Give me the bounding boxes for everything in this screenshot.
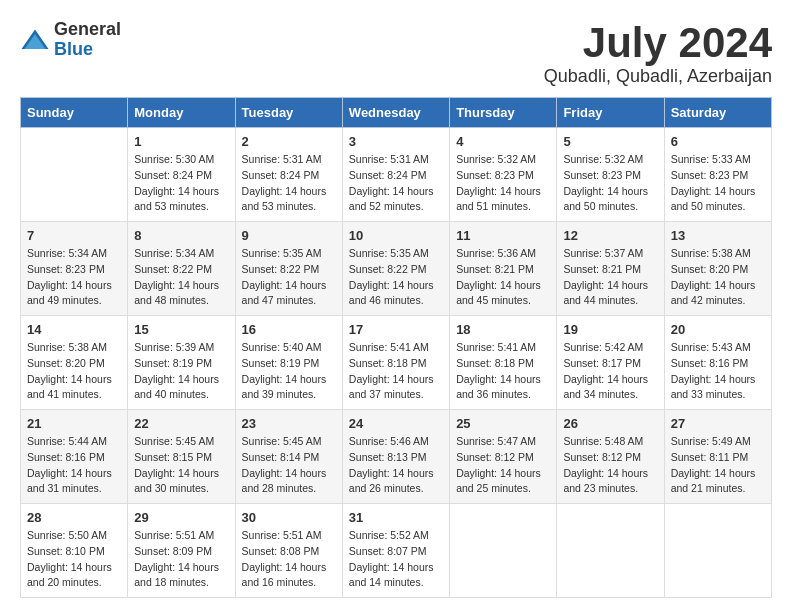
day-info: Sunrise: 5:32 AMSunset: 8:23 PMDaylight:… (456, 152, 550, 215)
day-info: Sunrise: 5:34 AMSunset: 8:23 PMDaylight:… (27, 246, 121, 309)
cell-w1-d3: 2Sunrise: 5:31 AMSunset: 8:24 PMDaylight… (235, 128, 342, 222)
day-number: 14 (27, 322, 121, 337)
logo-icon (20, 28, 50, 52)
day-number: 11 (456, 228, 550, 243)
day-info: Sunrise: 5:35 AMSunset: 8:22 PMDaylight:… (349, 246, 443, 309)
day-number: 24 (349, 416, 443, 431)
logo-blue: Blue (54, 39, 93, 59)
cell-w2-d2: 8Sunrise: 5:34 AMSunset: 8:22 PMDaylight… (128, 222, 235, 316)
cell-w1-d7: 6Sunrise: 5:33 AMSunset: 8:23 PMDaylight… (664, 128, 771, 222)
day-number: 16 (242, 322, 336, 337)
day-number: 21 (27, 416, 121, 431)
day-info: Sunrise: 5:52 AMSunset: 8:07 PMDaylight:… (349, 528, 443, 591)
day-number: 23 (242, 416, 336, 431)
day-info: Sunrise: 5:51 AMSunset: 8:08 PMDaylight:… (242, 528, 336, 591)
day-number: 10 (349, 228, 443, 243)
day-info: Sunrise: 5:43 AMSunset: 8:16 PMDaylight:… (671, 340, 765, 403)
day-info: Sunrise: 5:46 AMSunset: 8:13 PMDaylight:… (349, 434, 443, 497)
day-info: Sunrise: 5:30 AMSunset: 8:24 PMDaylight:… (134, 152, 228, 215)
header-saturday: Saturday (664, 98, 771, 128)
day-info: Sunrise: 5:45 AMSunset: 8:15 PMDaylight:… (134, 434, 228, 497)
calendar-header: Sunday Monday Tuesday Wednesday Thursday… (21, 98, 772, 128)
cell-w5-d5 (450, 504, 557, 598)
title-area: July 2024 Qubadli, Qubadli, Azerbaijan (544, 20, 772, 87)
day-number: 30 (242, 510, 336, 525)
logo-general: General (54, 19, 121, 39)
location-title: Qubadli, Qubadli, Azerbaijan (544, 66, 772, 87)
day-info: Sunrise: 5:44 AMSunset: 8:16 PMDaylight:… (27, 434, 121, 497)
day-number: 1 (134, 134, 228, 149)
cell-w4-d2: 22Sunrise: 5:45 AMSunset: 8:15 PMDayligh… (128, 410, 235, 504)
day-number: 22 (134, 416, 228, 431)
cell-w1-d5: 4Sunrise: 5:32 AMSunset: 8:23 PMDaylight… (450, 128, 557, 222)
day-number: 19 (563, 322, 657, 337)
month-title: July 2024 (544, 20, 772, 66)
cell-w1-d6: 5Sunrise: 5:32 AMSunset: 8:23 PMDaylight… (557, 128, 664, 222)
cell-w4-d4: 24Sunrise: 5:46 AMSunset: 8:13 PMDayligh… (342, 410, 449, 504)
cell-w2-d3: 9Sunrise: 5:35 AMSunset: 8:22 PMDaylight… (235, 222, 342, 316)
header-wednesday: Wednesday (342, 98, 449, 128)
day-number: 13 (671, 228, 765, 243)
day-number: 2 (242, 134, 336, 149)
cell-w3-d5: 18Sunrise: 5:41 AMSunset: 8:18 PMDayligh… (450, 316, 557, 410)
day-info: Sunrise: 5:42 AMSunset: 8:17 PMDaylight:… (563, 340, 657, 403)
cell-w3-d2: 15Sunrise: 5:39 AMSunset: 8:19 PMDayligh… (128, 316, 235, 410)
day-number: 20 (671, 322, 765, 337)
week-row-1: 1Sunrise: 5:30 AMSunset: 8:24 PMDaylight… (21, 128, 772, 222)
header-tuesday: Tuesday (235, 98, 342, 128)
day-info: Sunrise: 5:50 AMSunset: 8:10 PMDaylight:… (27, 528, 121, 591)
cell-w2-d4: 10Sunrise: 5:35 AMSunset: 8:22 PMDayligh… (342, 222, 449, 316)
cell-w5-d1: 28Sunrise: 5:50 AMSunset: 8:10 PMDayligh… (21, 504, 128, 598)
cell-w5-d6 (557, 504, 664, 598)
cell-w5-d2: 29Sunrise: 5:51 AMSunset: 8:09 PMDayligh… (128, 504, 235, 598)
week-row-2: 7Sunrise: 5:34 AMSunset: 8:23 PMDaylight… (21, 222, 772, 316)
day-info: Sunrise: 5:45 AMSunset: 8:14 PMDaylight:… (242, 434, 336, 497)
header-thursday: Thursday (450, 98, 557, 128)
day-info: Sunrise: 5:34 AMSunset: 8:22 PMDaylight:… (134, 246, 228, 309)
day-info: Sunrise: 5:38 AMSunset: 8:20 PMDaylight:… (27, 340, 121, 403)
cell-w2-d5: 11Sunrise: 5:36 AMSunset: 8:21 PMDayligh… (450, 222, 557, 316)
cell-w2-d6: 12Sunrise: 5:37 AMSunset: 8:21 PMDayligh… (557, 222, 664, 316)
day-info: Sunrise: 5:32 AMSunset: 8:23 PMDaylight:… (563, 152, 657, 215)
logo-text: General Blue (54, 20, 121, 60)
day-number: 31 (349, 510, 443, 525)
header-row: Sunday Monday Tuesday Wednesday Thursday… (21, 98, 772, 128)
day-info: Sunrise: 5:41 AMSunset: 8:18 PMDaylight:… (349, 340, 443, 403)
day-number: 27 (671, 416, 765, 431)
day-info: Sunrise: 5:41 AMSunset: 8:18 PMDaylight:… (456, 340, 550, 403)
day-number: 26 (563, 416, 657, 431)
day-number: 6 (671, 134, 765, 149)
cell-w5-d4: 31Sunrise: 5:52 AMSunset: 8:07 PMDayligh… (342, 504, 449, 598)
cell-w4-d6: 26Sunrise: 5:48 AMSunset: 8:12 PMDayligh… (557, 410, 664, 504)
week-row-4: 21Sunrise: 5:44 AMSunset: 8:16 PMDayligh… (21, 410, 772, 504)
day-info: Sunrise: 5:37 AMSunset: 8:21 PMDaylight:… (563, 246, 657, 309)
cell-w3-d3: 16Sunrise: 5:40 AMSunset: 8:19 PMDayligh… (235, 316, 342, 410)
day-number: 29 (134, 510, 228, 525)
day-info: Sunrise: 5:36 AMSunset: 8:21 PMDaylight:… (456, 246, 550, 309)
day-info: Sunrise: 5:49 AMSunset: 8:11 PMDaylight:… (671, 434, 765, 497)
day-info: Sunrise: 5:35 AMSunset: 8:22 PMDaylight:… (242, 246, 336, 309)
cell-w4-d7: 27Sunrise: 5:49 AMSunset: 8:11 PMDayligh… (664, 410, 771, 504)
day-info: Sunrise: 5:39 AMSunset: 8:19 PMDaylight:… (134, 340, 228, 403)
cell-w1-d4: 3Sunrise: 5:31 AMSunset: 8:24 PMDaylight… (342, 128, 449, 222)
week-row-3: 14Sunrise: 5:38 AMSunset: 8:20 PMDayligh… (21, 316, 772, 410)
day-number: 12 (563, 228, 657, 243)
cell-w3-d7: 20Sunrise: 5:43 AMSunset: 8:16 PMDayligh… (664, 316, 771, 410)
cell-w5-d3: 30Sunrise: 5:51 AMSunset: 8:08 PMDayligh… (235, 504, 342, 598)
day-info: Sunrise: 5:31 AMSunset: 8:24 PMDaylight:… (349, 152, 443, 215)
day-number: 7 (27, 228, 121, 243)
header-friday: Friday (557, 98, 664, 128)
cell-w4-d3: 23Sunrise: 5:45 AMSunset: 8:14 PMDayligh… (235, 410, 342, 504)
cell-w3-d6: 19Sunrise: 5:42 AMSunset: 8:17 PMDayligh… (557, 316, 664, 410)
header-sunday: Sunday (21, 98, 128, 128)
cell-w2-d7: 13Sunrise: 5:38 AMSunset: 8:20 PMDayligh… (664, 222, 771, 316)
day-info: Sunrise: 5:40 AMSunset: 8:19 PMDaylight:… (242, 340, 336, 403)
day-number: 8 (134, 228, 228, 243)
day-number: 9 (242, 228, 336, 243)
cell-w4-d5: 25Sunrise: 5:47 AMSunset: 8:12 PMDayligh… (450, 410, 557, 504)
cell-w4-d1: 21Sunrise: 5:44 AMSunset: 8:16 PMDayligh… (21, 410, 128, 504)
calendar-table: Sunday Monday Tuesday Wednesday Thursday… (20, 97, 772, 598)
day-number: 3 (349, 134, 443, 149)
cell-w2-d1: 7Sunrise: 5:34 AMSunset: 8:23 PMDaylight… (21, 222, 128, 316)
week-row-5: 28Sunrise: 5:50 AMSunset: 8:10 PMDayligh… (21, 504, 772, 598)
